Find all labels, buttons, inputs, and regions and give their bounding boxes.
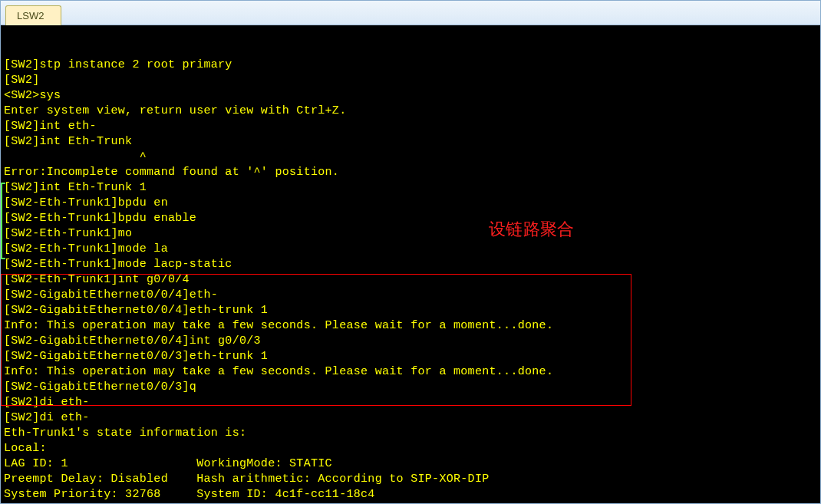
terminal-line: [SW2-Eth-Trunk1]mode lacp-static bbox=[4, 257, 817, 272]
terminal-line: <SW2>sys bbox=[4, 88, 817, 104]
terminal-line: Info: This operation may take a few seco… bbox=[4, 318, 817, 334]
terminal-line: [SW2]di eth- bbox=[4, 395, 817, 410]
terminal-line: ^ bbox=[4, 150, 817, 165]
terminal-line: [SW2]int Eth-Trunk bbox=[4, 134, 817, 150]
terminal-line: Least Active-linknumber: 1 Max Active-li… bbox=[4, 502, 817, 503]
bracket-indicator bbox=[1, 183, 5, 259]
tab-lsw2[interactable]: LSW2 bbox=[5, 5, 61, 25]
tab-bar: LSW2 bbox=[1, 1, 820, 25]
terminal-line: Eth-Trunk1's state information is: bbox=[4, 426, 817, 441]
app-window: LSW2 [SW2]stp instance 2 root primary[SW… bbox=[0, 0, 821, 504]
terminal-line: Enter system view, return user view with… bbox=[4, 104, 817, 119]
terminal-line: [SW2-Eth-Trunk1]bpdu en bbox=[4, 196, 817, 211]
terminal-line: [SW2-GigabitEthernet0/0/3]eth-trunk 1 bbox=[4, 349, 817, 364]
terminal-line: [SW2-GigabitEthernet0/0/4]eth-trunk 1 bbox=[4, 303, 817, 318]
terminal-line: [SW2]stp instance 2 root primary bbox=[4, 58, 817, 73]
terminal-line: [SW2]int Eth-Trunk 1 bbox=[4, 180, 817, 196]
terminal-lines: [SW2]stp instance 2 root primary[SW2]<SW… bbox=[4, 58, 817, 503]
annotation-link-aggregation: 设链路聚合 bbox=[489, 222, 575, 237]
terminal-line: [SW2]di eth- bbox=[4, 410, 817, 426]
terminal-line: [SW2-GigabitEthernet0/0/3]q bbox=[4, 380, 817, 395]
terminal-line: Info: This operation may take a few seco… bbox=[4, 364, 817, 380]
terminal-line: [SW2-Eth-Trunk1]int g0/0/4 bbox=[4, 272, 817, 288]
terminal-line: [SW2]int eth- bbox=[4, 119, 817, 134]
terminal-line: [SW2-Eth-Trunk1]bpdu enable bbox=[4, 211, 817, 226]
terminal-line: System Priority: 32768 System ID: 4c1f-c… bbox=[4, 487, 817, 502]
terminal-line: [SW2] bbox=[4, 73, 817, 88]
terminal-line: Preempt Delay: Disabled Hash arithmetic:… bbox=[4, 472, 817, 487]
terminal-pane[interactable]: [SW2]stp instance 2 root primary[SW2]<SW… bbox=[1, 25, 820, 503]
terminal-line: Local: bbox=[4, 441, 817, 456]
terminal-line: [SW2-GigabitEthernet0/0/4]int g0/0/3 bbox=[4, 334, 817, 349]
terminal-line: Error:Incomplete command found at '^' po… bbox=[4, 165, 817, 180]
terminal-line: [SW2-Eth-Trunk1]mo bbox=[4, 226, 817, 242]
terminal-line: LAG ID: 1 WorkingMode: STATIC bbox=[4, 456, 817, 472]
terminal-line: [SW2-Eth-Trunk1]mode la bbox=[4, 242, 817, 257]
terminal-line: [SW2-GigabitEthernet0/0/4]eth- bbox=[4, 288, 817, 303]
